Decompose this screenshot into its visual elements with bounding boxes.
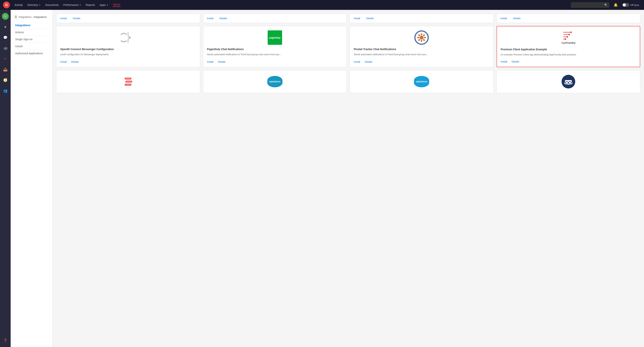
pivotal-logo-img	[414, 30, 429, 45]
sidebar-item-integrations[interactable]: Integrations	[14, 22, 49, 29]
openid-actions: Install Details	[60, 59, 79, 63]
pivotal-logo	[414, 30, 429, 45]
people-icon[interactable]: 👥	[2, 87, 9, 94]
icon-bar: U ★ 💬 📹 ✂ 📥 🧭 👥 ❓	[0, 10, 11, 347]
bottom-card-genesys	[56, 70, 200, 93]
pagerduty-install-button[interactable]: Install	[207, 60, 214, 63]
top-partial-row: Install Details Install Details Install …	[56, 14, 640, 23]
sidebar-item-sso[interactable]: Single Sign-on	[14, 36, 49, 43]
card-pagerduty: pagerduty PagerDuty Chat Notifications S…	[203, 26, 347, 67]
pagerduty-desc: Sends automated notifications to PureClo…	[207, 53, 281, 56]
nav-reports[interactable]: Reports	[86, 3, 95, 6]
pagerduty-actions: Install Details	[207, 59, 226, 63]
search-icon: 🔍	[604, 3, 608, 6]
install-button-top-4[interactable]: Install	[500, 17, 507, 20]
install-button-top-3[interactable]: Install	[354, 17, 360, 20]
main-card-grid: OpenID Connect Messenger Configuration o…	[56, 26, 640, 67]
chat-icon[interactable]: 💬	[2, 34, 9, 41]
pagerduty-details-button[interactable]: Details	[218, 60, 226, 63]
openid-logo	[120, 30, 136, 45]
pivotal-wheel-icon	[416, 32, 427, 43]
appfoundry-install-button[interactable]: Install	[501, 60, 507, 63]
install-button-top-1[interactable]: Install	[60, 17, 67, 20]
install-button-top-2[interactable]: Install	[207, 17, 214, 20]
openid-install-button[interactable]: Install	[60, 60, 67, 63]
page-layout: U ★ 💬 📹 ✂ 📥 🧭 👥 ❓ ☰ Integrations / Integ…	[0, 10, 644, 347]
appfoundry-desc: An example Premium Client App demonstrat…	[501, 53, 576, 56]
svg-line-6	[418, 34, 420, 36]
card-pivotal: Pivotal Tracker Chat Notifications Sends…	[350, 26, 494, 67]
performance-chevron-icon: ▼	[79, 4, 81, 6]
bottom-card-salesforce1: salesforce	[203, 70, 347, 93]
user-avatar[interactable]: U	[2, 13, 9, 20]
pivotal-details-button[interactable]: Details	[365, 60, 372, 63]
pagerduty-title: PagerDuty Chat Notifications	[207, 47, 244, 51]
compass-icon[interactable]: 🧭	[2, 77, 9, 83]
partial-card-1: Install Details	[56, 14, 200, 23]
svg-line-7	[423, 39, 424, 41]
sidebar-item-authorized-apps[interactable]: Authorized Applications	[14, 50, 49, 57]
appfoundry-details-button[interactable]: Details	[512, 60, 519, 63]
partial-card-2: Install Details	[203, 14, 347, 23]
bottom-row: salesforce salesforce	[56, 70, 640, 93]
nav-admin[interactable]: Admin	[113, 3, 120, 7]
partial-card-4: Install Details	[496, 14, 640, 23]
pivotal-actions: Install Details	[354, 59, 372, 63]
genesys-icon	[124, 77, 132, 86]
openid-details-button[interactable]: Details	[71, 60, 79, 63]
nav-apps[interactable]: Apps ▼	[100, 3, 108, 6]
sidebar-header: ☰ Integrations / Integrations	[11, 14, 52, 22]
salesforce1-logo: salesforce	[267, 76, 282, 87]
openid-icon	[121, 30, 135, 45]
toggle-switch[interactable]	[622, 3, 629, 7]
menu-icon: ☰	[14, 15, 17, 19]
appfoundry-actions: Install Details	[501, 59, 520, 63]
bowler-hat-icon	[564, 77, 573, 86]
video-icon[interactable]: 📹	[2, 45, 9, 52]
scissors-icon[interactable]: ✂	[2, 55, 9, 62]
nav-documents[interactable]: Documents	[45, 3, 59, 6]
pagerduty-logo-img: pagerduty	[268, 30, 282, 45]
search-wrap: 🔍	[571, 2, 609, 7]
top-navigation: G Activity Directory ▼ Documents Perform…	[0, 0, 644, 10]
partial-card-3: Install Details	[350, 14, 494, 23]
breadcrumb-current: Integrations	[34, 15, 47, 18]
details-button-top-4[interactable]: Details	[513, 17, 520, 20]
details-button-top-1[interactable]: Details	[73, 17, 80, 20]
appfoundry-title: Premium Client Application Example	[501, 48, 547, 51]
app-logo[interactable]: G	[3, 1, 10, 8]
inbox-icon[interactable]: 📥	[2, 66, 9, 73]
salesforce2-logo: salesforce	[414, 76, 429, 87]
directory-chevron-icon: ▼	[39, 4, 41, 6]
card-appfoundry: AppFoundry Premium Client Application Ex…	[496, 26, 640, 67]
svg-point-1	[420, 36, 424, 39]
bottom-card-bowler	[496, 70, 640, 93]
bowler-hat-logo	[562, 75, 575, 88]
pivotal-title: Pivotal Tracker Chat Notifications	[354, 47, 396, 51]
details-button-top-2[interactable]: Details	[220, 17, 227, 20]
card-openid: OpenID Connect Messenger Configuration o…	[56, 26, 200, 67]
notification-bell-icon[interactable]: 🔔	[614, 3, 618, 7]
nav-directory[interactable]: Directory ▼	[27, 3, 41, 6]
queue-toggle[interactable]: Off Que...	[622, 3, 641, 7]
breadcrumb-root[interactable]: Integrations	[18, 15, 32, 18]
appfoundry-logo-img: AppFoundry	[561, 31, 576, 44]
search-input[interactable]	[571, 2, 609, 7]
appfoundry-logo: AppFoundry	[561, 30, 576, 45]
nav-activity[interactable]: Activity	[14, 3, 23, 6]
sidebar-item-oauth[interactable]: OAuth	[14, 43, 49, 50]
breadcrumb-separator: /	[32, 15, 33, 18]
openid-title: OpenID Connect Messenger Configuration	[60, 47, 114, 51]
queue-status-label: Off Que...	[630, 3, 641, 6]
openid-desc: oAuth configuration for Messenger deploy…	[60, 53, 109, 56]
star-icon[interactable]: ★	[2, 23, 9, 30]
pivotal-install-button[interactable]: Install	[354, 60, 360, 63]
svg-line-9	[418, 39, 420, 41]
nav-performance[interactable]: Performance ▼	[63, 3, 81, 6]
appfoundry-icon	[563, 31, 574, 41]
pivotal-desc: Sends automated notifications to PureClo…	[354, 53, 428, 56]
bottom-card-salesforce2: salesforce	[350, 70, 494, 93]
help-icon[interactable]: ❓	[2, 337, 9, 344]
sidebar-item-actions[interactable]: Actions	[14, 29, 49, 36]
details-button-top-3[interactable]: Details	[366, 17, 374, 20]
